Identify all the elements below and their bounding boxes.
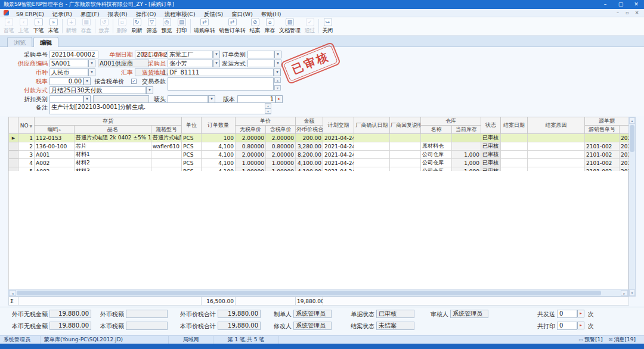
cell-close_date[interactable] <box>501 159 528 167</box>
toolbar-filter-button[interactable]: ▽筛选 <box>144 17 159 35</box>
cell-confirm[interactable] <box>354 142 390 151</box>
cell-reply[interactable] <box>390 159 421 167</box>
cell-close_date[interactable] <box>501 142 528 151</box>
toolbar-last-button[interactable]: »末笔 <box>46 17 61 35</box>
cell-stock[interactable]: 1,000 <box>452 151 481 159</box>
cell-no[interactable]: 4 <box>18 159 35 167</box>
cell-src[interactable]: 2101-002 <box>585 142 620 151</box>
toolbar-close-case-button[interactable]: ⊘结案 <box>247 17 262 35</box>
col-header-price1[interactable]: 无税单价 <box>236 126 266 134</box>
minimize-icon[interactable]: – <box>597 0 613 9</box>
cell-code[interactable]: 112-0153 <box>35 134 75 142</box>
cell-close_date[interactable] <box>501 151 528 159</box>
cell-price1[interactable]: 2.00000 <box>236 134 266 142</box>
cell-due[interactable]: 2021-04-24 <box>323 134 354 142</box>
vertical-scroll-thumb[interactable] <box>630 125 634 152</box>
row-indicator[interactable] <box>9 159 18 167</box>
col-header-no[interactable]: NO▼ <box>18 117 35 134</box>
col-header-price2[interactable]: 含税单价 <box>266 126 296 134</box>
cell-unit[interactable]: PCS <box>182 134 202 142</box>
cell-wh[interactable]: 公司仓库 <box>421 159 452 167</box>
cell-price2[interactable]: 0.80000 <box>266 142 296 151</box>
menu-item-1[interactable]: 记录(R) <box>48 11 76 17</box>
pin-icon[interactable]: ▸ <box>59 127 61 132</box>
cell-src[interactable] <box>585 134 620 142</box>
cell-unit[interactable]: PCS <box>182 159 202 167</box>
cell-no[interactable]: 1 <box>18 134 35 142</box>
cell-confirm[interactable] <box>354 151 390 159</box>
cell-reply[interactable] <box>390 134 421 142</box>
trade-terms-scroll-down-icon[interactable]: ▾ <box>274 85 281 91</box>
scroll-up-icon[interactable]: ▴ <box>629 117 635 124</box>
buyer-dropdown-icon[interactable]: ▾ <box>213 60 220 67</box>
buyer-field[interactable]: 张小芳 <box>168 60 213 67</box>
row-indicator[interactable] <box>9 151 18 159</box>
remark-scroll-down-icon[interactable]: ▾ <box>265 108 271 114</box>
funnel-icon[interactable]: ▼ <box>30 124 33 128</box>
menu-item-3[interactable]: 报表(R) <box>104 11 132 17</box>
cell-wh[interactable] <box>421 134 452 142</box>
order-type-field[interactable] <box>247 51 274 58</box>
cell-name[interactable]: 材料2 <box>75 159 151 167</box>
horizontal-scroll-thumb[interactable] <box>17 291 601 295</box>
mdi-restore-icon[interactable]: ▫ <box>623 9 632 17</box>
cell-status[interactable]: 已审核 <box>481 159 501 167</box>
dept-dropdown-icon[interactable]: ▾ <box>213 51 220 58</box>
cell-code[interactable]: 136-00-100 <box>35 142 75 151</box>
menu-item-4[interactable]: 操作(O) <box>132 11 160 17</box>
row-indicator[interactable] <box>9 142 18 151</box>
cell-name[interactable]: 芯片 <box>75 142 151 151</box>
col-header-reply[interactable]: 厂商回复说明 <box>390 117 421 134</box>
cell-close_date[interactable] <box>501 134 528 142</box>
cell-amt[interactable]: 4,100.00 <box>296 159 323 167</box>
cell-qty[interactable]: 4,100 <box>202 159 236 167</box>
cell-status[interactable]: 已审核 <box>481 142 501 151</box>
menu-item-8[interactable]: 帮助(H) <box>257 11 286 17</box>
trade-terms-field[interactable] <box>168 77 274 91</box>
toolbar-refresh-button[interactable]: ↻刷新 <box>129 17 144 35</box>
close-icon[interactable]: ✕ <box>628 0 644 9</box>
tax-included-checkbox[interactable]: ✓ <box>131 79 137 84</box>
toolbar-sales-transfer-button[interactable]: ⇄销售订单转 <box>217 17 247 35</box>
tab-edit[interactable]: 编辑 <box>33 37 58 47</box>
col-header-due[interactable]: 计划交期 <box>323 117 354 134</box>
cell-due[interactable]: 2021-04-24 <box>323 159 354 167</box>
cell-spec[interactable] <box>151 151 182 159</box>
cell-src[interactable]: 2101-002 <box>585 159 620 167</box>
cell-amt[interactable]: 200.00 <box>296 134 323 142</box>
cell-price1[interactable]: 1.00000 <box>236 159 266 167</box>
cell-stock[interactable]: 1,000 <box>452 159 481 167</box>
cell-no[interactable]: 2 <box>18 142 35 151</box>
alert-badge[interactable]: ▭预警[1] <box>579 336 603 344</box>
cell-close_reason[interactable] <box>528 159 585 167</box>
cell-price1[interactable]: 0.80000 <box>236 142 266 151</box>
grid-corner-cell[interactable] <box>9 117 18 134</box>
cell-spec[interactable]: wafler610 <box>151 142 182 151</box>
sent-spinner-icon[interactable]: ▸ <box>577 310 584 317</box>
menu-item-5[interactable]: 流程审核(C) <box>160 11 200 17</box>
cell-close_reason[interactable] <box>528 134 585 142</box>
remark-field[interactable]: 生产计划[202103-0001]分解生成. <box>49 102 271 114</box>
grid-horizontal-scrollbar[interactable]: ◂ ▸ <box>8 289 628 297</box>
cell-price1[interactable]: 2.00000 <box>236 151 266 159</box>
cell-status[interactable]: 已审核 <box>481 151 501 159</box>
cell-price2[interactable]: 2.00000 <box>266 151 296 159</box>
cell-due[interactable]: 2021-04-24 <box>323 151 354 159</box>
cell-spec[interactable] <box>151 159 182 167</box>
toolbar-preview-button[interactable]: ◎预览 <box>159 17 174 35</box>
cell-reply[interactable] <box>390 142 421 151</box>
cell-price2[interactable]: 1.00000 <box>266 159 296 167</box>
cell-unit[interactable]: PCS <box>182 151 202 159</box>
menu-item-0[interactable]: S9 ERP(E) <box>12 11 48 17</box>
cell-src2[interactable]: 202 <box>620 134 629 142</box>
cell-spec[interactable]: 普通片式电阻... <box>151 134 182 142</box>
order-type-dropdown-icon[interactable]: ▾ <box>274 51 281 58</box>
cell-reply[interactable] <box>390 151 421 159</box>
tax-rate-dropdown-icon[interactable]: ▾ <box>83 77 91 85</box>
col-header-stock[interactable]: 当前库存 <box>452 126 481 134</box>
col-header-src2[interactable] <box>620 126 629 134</box>
cell-close_reason[interactable] <box>528 151 585 159</box>
cell-wh[interactable]: 原材料仓 <box>421 142 452 151</box>
cell-wh[interactable]: 公司仓库 <box>421 151 452 159</box>
col-header-code[interactable]: 编码▸ <box>35 126 75 134</box>
